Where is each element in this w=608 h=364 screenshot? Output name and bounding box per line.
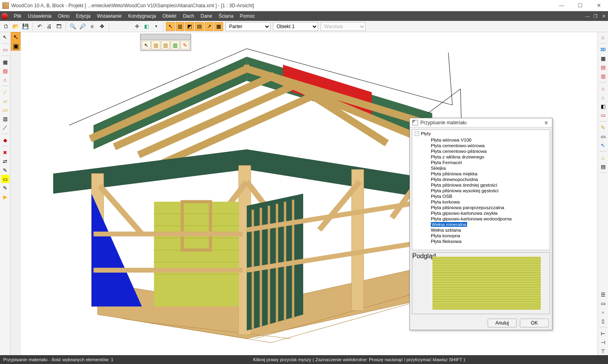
tree-item[interactable]: Płyta fileksowa: [412, 239, 550, 244]
roof-tool-button[interactable]: ⌂: [1, 76, 9, 84]
menu-okno[interactable]: Okno: [55, 11, 73, 21]
align-c-button[interactable]: ▫: [599, 308, 607, 316]
tree-item[interactable]: Płyta drewnopochodna: [412, 177, 550, 182]
new-file-button[interactable]: 🗋: [2, 22, 10, 31]
layer-red-button[interactable]: ▨: [1, 67, 9, 75]
save-button[interactable]: 💾: [21, 22, 30, 31]
tree-item[interactable]: Płyta konopna: [412, 233, 550, 239]
tree-item[interactable]: Płyta cementowo-wiórowa: [412, 143, 550, 148]
menu-kondygnacja[interactable]: Kondygnacja: [125, 11, 159, 21]
zoom-out-button[interactable]: 🔎: [78, 22, 87, 31]
tree-item[interactable]: Płyta gipsowo-kartonowa wodoodporna: [412, 216, 550, 222]
tree-item[interactable]: Płyta gipsowo-kartonowa zwykła: [412, 210, 550, 216]
line-tool-button[interactable]: ／: [1, 123, 9, 132]
snap-c-button[interactable]: ⊤: [599, 347, 607, 355]
menu-sciana[interactable]: Ściana: [215, 11, 237, 21]
view-h-button[interactable]: ✎: [599, 123, 607, 132]
align-d-button[interactable]: ▯: [599, 317, 607, 325]
view-d-button[interactable]: ⌂: [599, 84, 607, 93]
select-tool-button[interactable]: ↖: [1, 33, 9, 41]
measure-tool-button[interactable]: ✎: [1, 184, 9, 192]
view-e-button[interactable]: ⌂: [599, 93, 607, 101]
minimize-button[interactable]: —: [552, 0, 571, 11]
edit-tool-button[interactable]: ✎: [1, 166, 9, 174]
menu-pomoc[interactable]: Pomoc: [237, 11, 258, 21]
menu-plik[interactable]: Plik: [10, 11, 25, 21]
color-tool-button[interactable]: ◆: [1, 136, 9, 144]
view-c-button[interactable]: ▥: [599, 72, 607, 80]
sec-select-button[interactable]: ▣: [11, 41, 20, 50]
floor-select[interactable]: Parter: [225, 22, 271, 31]
zoom-fit-button[interactable]: ⌾: [88, 22, 97, 31]
view-g-button[interactable]: ▭: [599, 111, 607, 119]
highlight-tool-button[interactable]: ▭: [1, 175, 9, 183]
view-b-button[interactable]: ▤: [599, 63, 607, 71]
menu-obiekt[interactable]: Obiekt: [159, 11, 180, 21]
cancel-button[interactable]: Anuluj: [488, 319, 517, 327]
floating-toolbar-grip[interactable]: [141, 34, 190, 40]
mode-d-button[interactable]: ▤: [195, 22, 204, 31]
beam-tool-button[interactable]: ∕: [1, 88, 9, 96]
print-button[interactable]: 🖨: [45, 22, 54, 31]
mode-c-button[interactable]: ◩: [185, 22, 194, 31]
plank-tool-button[interactable]: ▭: [1, 106, 9, 114]
play-tool-button[interactable]: ▶: [1, 193, 9, 201]
axis-button[interactable]: ✛: [132, 22, 141, 31]
print-preview-button[interactable]: 🗔: [54, 22, 63, 31]
view-k-button[interactable]: ☼: [599, 154, 607, 162]
wall-tool-button[interactable]: ▭: [1, 45, 9, 53]
dialog-close-button[interactable]: ✕: [540, 120, 552, 126]
menu-dane[interactable]: Dane: [197, 11, 215, 21]
tree-item[interactable]: Płyta wiórowa V100: [412, 137, 550, 143]
menu-dach[interactable]: Dach: [180, 11, 197, 21]
cube-button[interactable]: ◧: [142, 22, 151, 31]
tree-item[interactable]: Sklejka: [412, 165, 550, 171]
ft-col1-button[interactable]: ▥: [151, 41, 160, 49]
ft-select-button[interactable]: ↖: [142, 41, 151, 49]
mode-b-button[interactable]: ▥: [176, 22, 184, 31]
tree-item[interactable]: Płyta pilśniowa wysokiej gęstości: [412, 188, 550, 193]
open-file-button[interactable]: 📂: [11, 22, 20, 31]
tree-item[interactable]: Wełna szklana: [412, 227, 550, 233]
mode-f-button[interactable]: ▦: [214, 22, 223, 31]
tree-item[interactable]: Płyta korkowa: [412, 199, 550, 205]
tree-item[interactable]: Płyta cementowo-pilśniowa: [412, 148, 550, 154]
tree-item[interactable]: Płyta Fermacel: [412, 160, 550, 165]
maximize-button[interactable]: ☐: [571, 0, 589, 11]
hatch-tool-button[interactable]: ▥: [1, 115, 9, 123]
ft-col4-button[interactable]: ✎: [180, 41, 189, 49]
tree-item[interactable]: Płyta pilśniowa paroprzepuszczalna: [412, 205, 550, 210]
align-a-button[interactable]: ☰: [599, 290, 607, 298]
tree-item[interactable]: Płyta z włókna drzewnego: [412, 154, 550, 160]
mdi-minimize-button[interactable]: —: [585, 14, 590, 19]
snap-b-button[interactable]: ⊣: [599, 338, 607, 346]
tree-item[interactable]: Wełna mineralna: [412, 222, 550, 227]
menu-wstawianie[interactable]: Wstawianie: [94, 11, 125, 21]
floating-toolbar[interactable]: ↖ ▥ ▥ ▥ ✎: [140, 34, 191, 51]
ft-col2-button[interactable]: ▥: [161, 41, 170, 49]
mode-e-button[interactable]: ↗: [205, 22, 213, 31]
dropdown-icon[interactable]: ▼: [152, 22, 161, 31]
object-select[interactable]: Obiekt 1: [273, 22, 318, 31]
flip-tool-button[interactable]: ⇄: [1, 157, 9, 165]
tree-root-plyty[interactable]: − Płyty: [412, 130, 550, 137]
house-side-button[interactable]: ⌂: [599, 33, 607, 41]
undo-button[interactable]: ↶: [35, 22, 44, 31]
tree-item[interactable]: Płyta pilśniowa średniej gęstości: [412, 182, 550, 188]
view-f-button[interactable]: ◧: [599, 102, 607, 110]
3d-view-button[interactable]: 3D: [599, 45, 607, 53]
material-tree[interactable]: − Płyty Płyta wiórowa V100Płyta cementow…: [412, 130, 550, 250]
ft-col3-button[interactable]: ▥: [171, 41, 180, 49]
view-j-button[interactable]: ↖: [599, 141, 607, 149]
view-l-button[interactable]: ▤: [599, 162, 607, 171]
sec-cursor-button[interactable]: ↖: [11, 33, 20, 41]
view-i-button[interactable]: ▭: [599, 132, 607, 140]
pan-button[interactable]: ✥: [97, 22, 106, 31]
tree-item[interactable]: Płyta pilśniowa miękka: [412, 171, 550, 177]
zoom-in-button[interactable]: 🔍: [68, 22, 77, 31]
view-a-button[interactable]: ▦: [599, 54, 607, 62]
ok-button[interactable]: OK: [520, 319, 549, 327]
grid-tool-button[interactable]: ▦: [1, 58, 9, 66]
collapse-icon[interactable]: −: [415, 132, 419, 136]
menu-edycja[interactable]: Edycja: [73, 11, 94, 21]
